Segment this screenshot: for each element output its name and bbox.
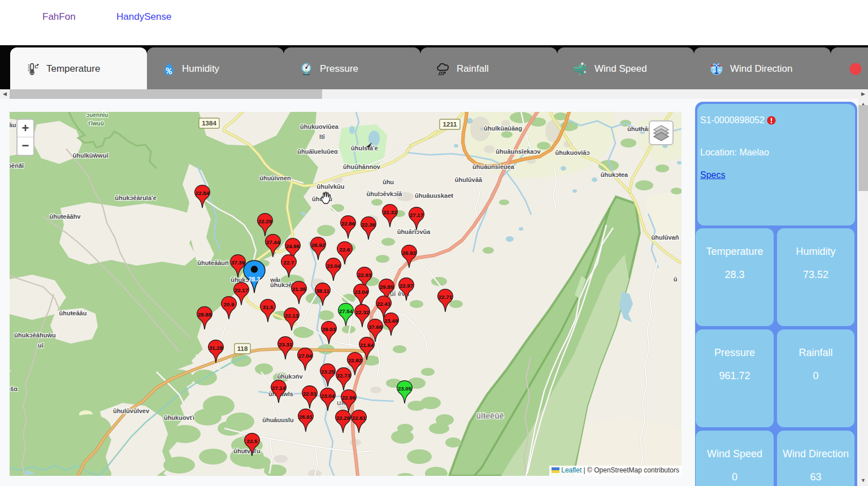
svg-text:31.5: 31.5 (263, 304, 274, 310)
svg-text:22.41: 22.41 (377, 301, 391, 307)
svg-text:ūhuŧeāāuń: ūhuŧeāāuń (197, 259, 229, 266)
svg-text:ūhuŧeāāhv: ūhuŧeāāhv (49, 213, 81, 220)
svg-text:23.05: 23.05 (398, 385, 412, 392)
svg-text:26.92: 26.92 (402, 250, 416, 256)
svg-text:29.03: 29.03 (322, 326, 336, 332)
svg-text:37.39: 37.39 (231, 259, 245, 266)
svg-text:22.29: 22.29 (258, 218, 272, 224)
svg-text:22.86: 22.86 (341, 220, 355, 227)
svg-text:23.04: 23.04 (327, 263, 341, 269)
svg-text:ūhulūvaň: ūhulūvaň (652, 234, 679, 241)
svg-text:ūhukɔēāhuŵu: ūhukɔēāhuŵu (14, 332, 55, 339)
svg-text:21.35: 21.35 (292, 286, 306, 292)
svg-text:22.7: 22.7 (284, 259, 294, 266)
svg-text:ūhukɔńv: ūhukɔńv (277, 373, 303, 380)
svg-text:ūhuūhānnov: ūhuūhānnov (343, 163, 381, 170)
svg-text:uī: uī (38, 342, 44, 349)
svg-text:1211: 1211 (443, 121, 458, 128)
svg-text:22.5: 22.5 (247, 438, 258, 444)
svg-text:ūhukɔēārula'e: ūhukɔēārula'e (115, 194, 157, 201)
svg-text:37.66: 37.66 (368, 324, 383, 330)
svg-text:ūhulsŧā'e: ūhulsŧā'e (351, 145, 378, 151)
svg-text:ɔēnăī: ɔēnăī (10, 162, 24, 169)
svg-text:28.3: 28.3 (249, 276, 261, 283)
svg-text:27.44: 27.44 (266, 239, 280, 245)
svg-text:ūhulɔēvkɔīā: ūhulɔēvkɔīā (367, 190, 403, 197)
svg-text:27.04: 27.04 (298, 353, 313, 359)
svg-text:22.84: 22.84 (196, 190, 210, 196)
svg-text:ūīŧeēūē: ūīŧeēūē (476, 411, 504, 420)
svg-text:22.6: 22.6 (340, 246, 350, 253)
svg-text:22.93: 22.93 (358, 272, 372, 278)
svg-text:ɔuennīu: ɔuennīu (86, 112, 108, 118)
svg-text:22.92: 22.92 (348, 357, 362, 363)
svg-text:26.92: 26.92 (311, 242, 325, 248)
svg-text:27.17: 27.17 (410, 212, 423, 218)
svg-text:24.96: 24.96 (286, 243, 300, 249)
svg-text:ūhukuovťı: ūhukuovťı (164, 414, 194, 421)
svg-text:ū: ū (674, 276, 678, 283)
svg-text:27.14: 27.14 (272, 385, 286, 391)
svg-text:ūhuārīɔvūa: ūhuārīɔvūa (397, 228, 431, 235)
svg-text:ūhuŧeāāu: ūhuŧeāāu (59, 310, 87, 316)
svg-text:lɔšɑ: lɔšɑ (10, 385, 18, 392)
svg-text:22.13: 22.13 (285, 313, 299, 319)
svg-text:ťīwuū: ťīwuū (88, 120, 104, 127)
svg-text:1384: 1384 (202, 120, 216, 127)
svg-text:22.61: 22.61 (352, 415, 366, 421)
svg-text:ūhuāunsīekaɔv: ūhuāunsīekaɔv (496, 148, 541, 155)
svg-text:ūhuāunsīeūea: ūhuāunsīeūea (472, 163, 515, 170)
svg-text:23.04: 23.04 (354, 289, 368, 295)
svg-text:āu: āu (10, 122, 16, 128)
svg-text:ūhulkūŵwuī: ūhulkūŵwuī (73, 152, 109, 159)
svg-text:22.36: 22.36 (362, 222, 376, 228)
svg-text:ūhulūvāā: ūhulūvāā (455, 176, 483, 183)
svg-text:ūhuīvkūu: ūhuīvkūu (317, 183, 345, 190)
svg-text:29.85: 29.85 (380, 284, 394, 290)
svg-text:38.11: 38.11 (316, 288, 329, 294)
svg-text:ūhukuoviāɔ: ūhukuoviāɔ (555, 149, 589, 156)
svg-text:118: 118 (237, 345, 248, 352)
svg-text:22.96: 22.96 (342, 394, 356, 401)
svg-text:ūhukɔŧea: ūhukɔŧea (601, 171, 628, 178)
svg-text:23.49: 23.49 (384, 318, 398, 324)
svg-text:ūhuŧvūľu: ūhuŧvūľu (233, 448, 261, 454)
svg-text:28.88: 28.88 (198, 311, 212, 318)
svg-text:22.97: 22.97 (400, 283, 413, 289)
svg-text:ūhulūvūlvev: ūhulūvūlvev (113, 407, 150, 414)
svg-text:ūhuāuusĭu: ūhuāuusĭu (262, 416, 294, 423)
svg-text:ūhu: ūhu (383, 179, 394, 185)
svg-text:23.31: 23.31 (279, 341, 293, 348)
svg-text:31.28: 31.28 (209, 345, 223, 351)
svg-text:ltī: ltī (319, 133, 326, 140)
svg-text:23.04: 23.04 (321, 393, 335, 399)
svg-text:22.01: 22.01 (303, 390, 317, 397)
svg-text:23.25: 23.25 (321, 368, 335, 375)
svg-text:ūhuāuuskaeŧ: ūhuāuuskaeŧ (415, 192, 453, 199)
svg-text:26.91: 26.91 (299, 414, 313, 420)
svg-text:22.32: 22.32 (383, 209, 397, 215)
svg-text:27.54: 27.54 (339, 308, 353, 314)
svg-text:22.32: 22.32 (355, 309, 369, 315)
svg-text:21.64: 21.64 (360, 342, 374, 348)
svg-text:22.73: 22.73 (337, 372, 351, 379)
svg-text:22.29: 22.29 (336, 415, 350, 421)
svg-text:20.9: 20.9 (224, 301, 235, 307)
svg-text:22.17: 22.17 (235, 287, 248, 293)
svg-text:ūhuāīueluūeɑ: ūhuāīueluūeɑ (297, 148, 338, 155)
svg-text:ūhuūīvnen: ūhuūīvnen (259, 175, 291, 181)
svg-text:22.71: 22.71 (439, 294, 453, 300)
svg-text:ūhulkūaūāag: ūhulkūaūāag (484, 125, 522, 132)
svg-text:ūhukuoviūea: ūhukuoviūea (300, 123, 339, 130)
